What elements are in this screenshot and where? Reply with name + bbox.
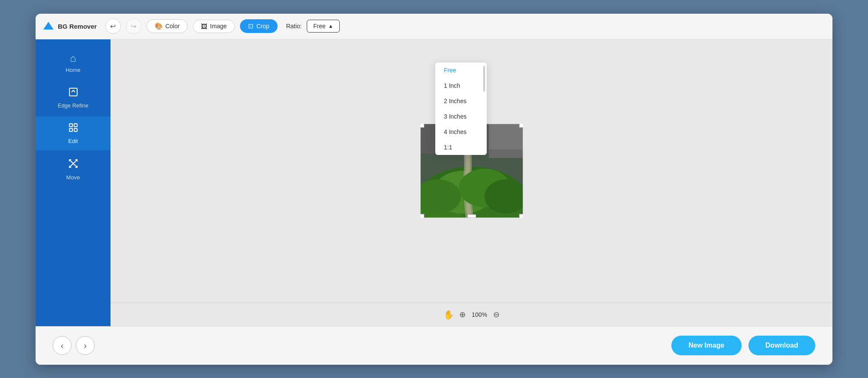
undo-icon: ↩ [110,22,116,30]
svg-rect-5 [74,128,77,131]
svg-marker-0 [43,22,54,30]
dropdown-option-2inches[interactable]: 2 Inches [435,93,487,109]
footer-actions: New Image Download [671,336,815,355]
zoom-control: ✋ ⊕ 100% ⊖ [443,310,500,320]
ratio-dropdown[interactable]: Free ▲ [307,20,340,33]
sidebar-item-edit[interactable]: Edit [36,116,111,150]
zoom-percent: 100% [471,311,488,318]
move-icon [68,158,79,172]
svg-rect-2 [69,124,72,127]
color-button[interactable]: 🎨 Color [147,19,188,33]
sidebar-item-home[interactable]: ⌂ Home [36,46,111,79]
app-name: BG Remover [58,23,97,30]
app-logo-icon [42,20,54,32]
svg-rect-3 [74,124,77,127]
download-button[interactable]: Download [748,336,815,355]
sidebar-label-move: Move [66,174,80,181]
ratio-value: Free [313,23,326,30]
pan-icon[interactable]: ✋ [443,310,454,320]
redo-icon: ↪ [131,22,136,30]
svg-rect-1 [69,88,77,96]
svg-rect-28 [467,214,476,218]
next-button[interactable]: › [76,336,95,355]
app-logo: BG Remover [42,20,97,32]
image-icon: 🖼 [201,23,207,30]
dropdown-option-1-1[interactable]: 1:1 [435,140,487,155]
dropdown-option-4inches[interactable]: 4 Inches [435,124,487,140]
svg-rect-24 [420,124,424,128]
redo-button[interactable]: ↪ [126,18,141,34]
dropdown-scrollbar[interactable] [483,66,485,92]
zoom-out-icon[interactable]: ⊖ [493,310,500,319]
dropdown-option-1inch[interactable]: 1 Inch [435,78,487,93]
titlebar: BG Remover ↩ ↪ 🎨 Color 🖼 Image ⊡ Crop Ra… [36,14,832,39]
svg-rect-22 [489,124,523,149]
svg-rect-4 [69,128,72,131]
sidebar-item-move[interactable]: Move [36,152,111,187]
image-button[interactable]: 🖼 Image [193,20,235,33]
crop-label: Crop [256,23,269,30]
prev-icon: ‹ [61,341,64,351]
color-label: Color [165,23,180,30]
crop-button[interactable]: ⊡ Crop [240,19,277,33]
ratio-label: Ratio: [286,23,302,30]
ratio-dropdown-menu: Free 1 Inch 2 Inches 3 Inches 4 Inches 1… [435,63,487,155]
bottom-toolbar: ✋ ⊕ 100% ⊖ [111,303,832,326]
undo-button[interactable]: ↩ [105,18,121,34]
edit-icon [68,122,78,135]
svg-rect-27 [519,214,523,218]
sidebar-label-home: Home [66,67,81,73]
image-label: Image [210,23,227,30]
edge-refine-icon [68,87,78,100]
main-area: ⌂ Home Edge Refine [36,39,832,326]
crop-icon: ⊡ [248,22,254,30]
ratio-dropdown-arrow: ▲ [328,23,333,29]
color-icon: 🎨 [155,22,163,30]
svg-rect-25 [519,124,523,128]
new-image-button[interactable]: New Image [671,336,742,355]
canvas-main: Free 1 Inch 2 Inches 3 Inches 4 Inches 1… [111,39,832,303]
dropdown-option-free[interactable]: Free [435,63,487,78]
footer-navigation: ‹ › [53,336,95,355]
sidebar-item-edge-refine[interactable]: Edge Refine [36,81,111,115]
sidebar: ⌂ Home Edge Refine [36,39,111,326]
sidebar-label-edit: Edit [68,138,78,144]
next-icon: › [84,341,87,351]
previous-button[interactable]: ‹ [53,336,72,355]
zoom-in-icon[interactable]: ⊕ [459,310,466,319]
dropdown-option-3inches[interactable]: 3 Inches [435,109,487,124]
footer-bar: ‹ › New Image Download [36,326,832,365]
sidebar-label-edge-refine: Edge Refine [58,102,89,109]
canvas-area: Free 1 Inch 2 Inches 3 Inches 4 Inches 1… [111,39,832,326]
home-icon: ⌂ [70,52,76,64]
svg-rect-26 [420,214,424,218]
app-window: BG Remover ↩ ↪ 🎨 Color 🖼 Image ⊡ Crop Ra… [36,14,832,365]
